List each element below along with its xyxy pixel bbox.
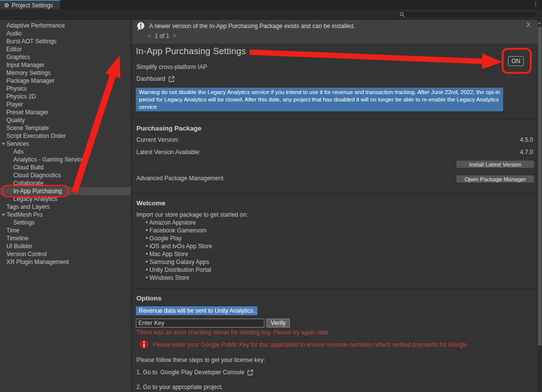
console-warning-icon — [136, 22, 145, 31]
step2-text: 2. Go to your appropriate project. — [136, 384, 223, 391]
section-divider — [132, 288, 538, 289]
sidebar-item-script-execution-order[interactable]: Script Execution Order — [0, 132, 131, 140]
sidebar-item-label: Memory Settings — [6, 69, 51, 76]
sidebar-item-label: XR Plugin Management — [6, 259, 69, 265]
sidebar-item-collaborate[interactable]: Collaborate — [0, 179, 131, 187]
install-latest-version-button[interactable]: Install Latest Version — [456, 160, 535, 168]
tab-title: Project Settings — [12, 2, 53, 9]
sidebar-item-scene-template[interactable]: Scene Template — [0, 124, 131, 132]
latest-version-value: 4.7.0 — [520, 149, 533, 156]
sidebar-item-package-manager[interactable]: Package Manager — [0, 77, 131, 85]
step1-row: 1. Go to Google Play Developer Console — [136, 369, 254, 376]
verify-button[interactable]: Verify — [266, 319, 290, 327]
sidebar-item-label: Physics — [6, 85, 27, 92]
notification-bar: A newer version of the In-App Purchasing… — [132, 20, 538, 44]
notification-close-button[interactable]: X — [526, 21, 531, 29]
open-package-manager-button[interactable]: Open Package Manager — [456, 175, 535, 183]
google-key-input[interactable] — [136, 319, 264, 327]
page-title: In-App Purchasing Settings — [136, 46, 246, 57]
step1-prefix: 1. Go to — [136, 369, 158, 376]
sidebar-item-label: Package Manager — [6, 77, 54, 84]
sidebar-item-tags-and-layers[interactable]: Tags and Layers — [0, 203, 131, 211]
sidebar-item-textmesh-pro[interactable]: TextMesh Pro — [0, 211, 131, 219]
welcome-intro: Import our store package to get started … — [136, 211, 248, 218]
server-error-text: There was an error checking server for e… — [136, 329, 330, 336]
foldout-triangle-icon[interactable] — [1, 143, 5, 145]
toolbar — [0, 9, 542, 20]
sidebar-item-label: Analytics - Gaming Services — [13, 156, 87, 163]
gear-icon: ⚙ — [4, 2, 9, 8]
sidebar-item-player[interactable]: Player — [0, 100, 131, 108]
scrollbar-thumb[interactable] — [538, 27, 542, 346]
service-on-toggle[interactable]: ON — [508, 56, 524, 66]
sidebar-item-memory-settings[interactable]: Memory Settings — [0, 69, 131, 77]
sidebar-item-input-manager[interactable]: Input Manager — [0, 61, 131, 69]
welcome-heading: Welcome — [136, 199, 165, 207]
sidebar-item-label: Collaborate — [13, 180, 43, 187]
sidebar-item-label: Quality — [6, 117, 25, 124]
sidebar-item-analytics-gaming-services[interactable]: Analytics - Gaming Services — [0, 156, 131, 163]
google-play-console-link[interactable]: Google Play Developer Console — [160, 369, 245, 376]
sidebar-item-settings[interactable]: Settings — [0, 219, 131, 227]
tab-strip: ⚙ Project Settings ⋮ — [0, 0, 542, 9]
sidebar-item-cloud-build[interactable]: Cloud Build — [0, 163, 131, 171]
sidebar-item-physics[interactable]: Physics — [0, 85, 131, 93]
sidebar-item-label: Audio — [6, 30, 22, 37]
sidebar-item-ui-builder[interactable]: UI Builder — [0, 242, 131, 250]
sidebar-item-legacy-analytics[interactable]: Legacy Analytics — [0, 195, 131, 203]
sidebar-item-cloud-diagnostics[interactable]: Cloud Diagnostics — [0, 171, 131, 179]
sidebar-item-label: Settings — [13, 219, 34, 226]
kebab-menu-icon[interactable]: ⋮ — [532, 0, 539, 8]
sidebar-item-label: Legacy Analytics — [13, 196, 57, 202]
sidebar-item-audio[interactable]: Audio — [0, 30, 131, 37]
sidebar-item-adaptive-performance[interactable]: Adaptive Performance — [0, 22, 131, 30]
sidebar-item-label: Cloud Diagnostics — [13, 172, 61, 179]
sidebar-item-xr-plugin-management[interactable]: XR Plugin Management — [0, 258, 131, 266]
sidebar-item-services[interactable]: Services — [0, 140, 131, 148]
external-link-icon — [247, 369, 254, 376]
sidebar-item-physics-2d[interactable]: Physics 2D — [0, 93, 131, 100]
current-version-value: 4.5.0 — [520, 136, 533, 143]
pager-next-button[interactable]: > — [173, 33, 176, 39]
sidebar-item-in-app-purchasing[interactable]: In-App Purchasing — [0, 187, 131, 195]
sidebar-item-label: Editor — [6, 46, 22, 53]
sidebar-item-burst-aot-settings[interactable]: Burst AOT Settings — [0, 37, 131, 45]
sidebar-item-label: Tags and Layers — [6, 203, 50, 210]
dashboard-link[interactable]: Dashboard — [136, 75, 175, 82]
sidebar-item-label: Player — [6, 101, 23, 108]
scroll-up-arrow-icon[interactable] — [538, 22, 541, 24]
notification-message: A newer version of the In-App Purchasing… — [149, 23, 355, 30]
error-info-icon — [139, 340, 149, 349]
search-input[interactable] — [407, 12, 535, 18]
settings-sidebar: Adaptive Performance Audio Burst AOT Set… — [0, 20, 131, 392]
sidebar-item-label: Script Execution Order — [6, 132, 66, 139]
license-steps-intro: Please follow these steps to get your li… — [136, 357, 265, 363]
sidebar-item-label: Graphics — [6, 54, 30, 61]
sidebar-item-preset-manager[interactable]: Preset Manager — [0, 108, 131, 116]
sidebar-list: Adaptive Performance Audio Burst AOT Set… — [0, 22, 131, 266]
search-box[interactable] — [396, 11, 538, 18]
store-list-item: Amazon Appstore — [146, 219, 212, 227]
store-list-item: Google Play — [146, 234, 212, 242]
search-icon — [399, 12, 405, 18]
sidebar-item-quality[interactable]: Quality — [0, 116, 131, 124]
sidebar-item-graphics[interactable]: Graphics — [0, 53, 131, 61]
vertical-scrollbar[interactable] — [538, 20, 542, 392]
sidebar-item-timeline[interactable]: Timeline — [0, 234, 131, 242]
main-panel: A newer version of the In-App Purchasing… — [132, 20, 538, 392]
sidebar-item-label: Version Control — [6, 251, 47, 258]
tab-project-settings[interactable]: ⚙ Project Settings — [0, 0, 60, 9]
sidebar-item-time[interactable]: Time — [0, 227, 131, 234]
purchasing-package-heading: Purchasing Package — [136, 125, 201, 132]
sidebar-item-label: Ads — [13, 148, 24, 155]
foldout-triangle-icon[interactable] — [1, 214, 5, 216]
store-list-item: Facebook Gameroom — [146, 227, 212, 234]
sidebar-item-version-control[interactable]: Version Control — [0, 250, 131, 258]
store-list-item: Samsung Galaxy Apps — [146, 258, 212, 266]
current-version-label: Current Version: — [136, 136, 179, 143]
dashboard-link-label: Dashboard — [136, 75, 165, 82]
sidebar-item-editor[interactable]: Editor — [0, 45, 131, 53]
notification-pager: < 1 of 1 > — [148, 33, 176, 39]
pager-prev-button[interactable]: < — [148, 33, 151, 39]
sidebar-item-ads[interactable]: Ads — [0, 148, 131, 156]
